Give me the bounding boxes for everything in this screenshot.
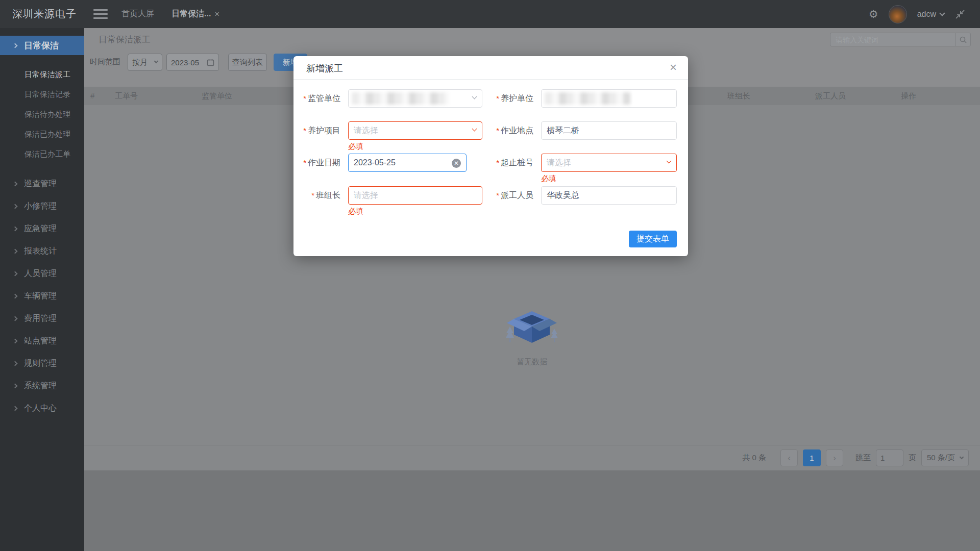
workers-label: *派工人员	[473, 186, 533, 205]
sidebar-group-label: 个人中心	[24, 403, 57, 414]
avatar[interactable]	[889, 5, 907, 23]
sidebar-group[interactable]: 系统管理	[0, 374, 84, 397]
sidebar-group-label: 费用管理	[24, 313, 57, 324]
chevron-down-icon	[939, 10, 945, 16]
sidebar-group-label: 报表统计	[24, 246, 57, 257]
sidebar-subitem[interactable]: 日常保洁记录	[0, 84, 84, 104]
chevron-down-icon	[960, 455, 964, 459]
close-icon[interactable]: ×	[670, 61, 677, 73]
sidebar-subitem[interactable]: 保洁已办工单	[0, 144, 84, 164]
required-asterisk: *	[303, 94, 306, 103]
modal-title: 新增派工	[306, 62, 343, 74]
sidebar-group[interactable]: 车辆管理	[0, 285, 84, 307]
work-date-input[interactable]	[349, 154, 466, 171]
required-error: 必填	[541, 174, 556, 184]
sidebar-group-label: 小修管理	[24, 201, 57, 212]
username: adcw	[917, 10, 936, 19]
sidebar-group-label: 人员管理	[24, 268, 57, 279]
gear-icon[interactable]: ⚙	[869, 8, 878, 20]
sidebar-group[interactable]: 人员管理	[0, 262, 84, 285]
topbar: 深圳来源电子 首页大屏日常保洁...× ⚙ adcw	[0, 0, 980, 28]
user-menu[interactable]: adcw	[917, 10, 944, 19]
select-placeholder: 请选择	[349, 126, 482, 136]
sidebar-group-label: 站点管理	[24, 336, 57, 346]
leader-input[interactable]	[349, 187, 482, 204]
tab-close-icon[interactable]: ×	[214, 9, 219, 19]
tab-label: 首页大屏	[121, 9, 154, 19]
select-placeholder: 请选择	[542, 158, 676, 168]
sidebar-subitem[interactable]: 日常保洁派工	[0, 64, 84, 84]
tab-current[interactable]: 日常保洁...×	[172, 9, 219, 19]
sidebar-group[interactable]: 费用管理	[0, 307, 84, 330]
pagination: 共 0 条 ‹ 1 › 跳至 页 50 条/页	[84, 445, 980, 470]
column-header: #	[90, 87, 94, 105]
work-date-input-wrap: ✕	[348, 154, 467, 172]
required-asterisk: *	[303, 158, 306, 167]
jump-page-input[interactable]	[876, 449, 903, 466]
sidebar-group-label: 车辆管理	[24, 291, 57, 302]
location-input[interactable]	[542, 122, 676, 139]
sidebar-group[interactable]: 规则管理	[0, 352, 84, 374]
empty-state-text: 暂无数据	[501, 357, 562, 367]
hamburger-menu-icon[interactable]	[93, 9, 108, 19]
submit-form-button[interactable]: 提交表单	[629, 231, 677, 247]
sidebar-group[interactable]: 报表统计	[0, 240, 84, 262]
page-unit-label: 页	[909, 453, 916, 463]
maintainer-input[interactable]	[541, 89, 677, 108]
required-asterisk: *	[496, 158, 499, 167]
sidebar-subitem[interactable]: 保洁待办处理	[0, 104, 84, 124]
sidebar: 日常保洁 日常保洁派工日常保洁记录保洁待办处理保洁已办处理保洁已办工单 巡查管理…	[0, 28, 84, 551]
clear-icon[interactable]: ✕	[452, 159, 461, 168]
topbar-tabs: 首页大屏日常保洁...×	[121, 0, 219, 28]
redacted-value	[352, 92, 449, 105]
required-asterisk: *	[496, 126, 499, 135]
chevron-right-icon	[13, 271, 18, 276]
required-error: 必填	[348, 142, 363, 152]
chevron-right-icon	[13, 43, 18, 48]
chevron-right-icon	[13, 293, 18, 298]
project-label: *养护项目	[293, 121, 340, 140]
required-asterisk: *	[311, 191, 314, 199]
workers-input-wrap	[541, 186, 677, 205]
workers-input[interactable]	[542, 187, 676, 204]
sidebar-subitem[interactable]: 保洁已办处理	[0, 124, 84, 144]
tab-home[interactable]: 首页大屏	[121, 9, 154, 19]
range-type-select[interactable]: 按月	[128, 54, 162, 71]
required-asterisk: *	[496, 94, 499, 103]
current-page-button[interactable]: 1	[803, 449, 821, 466]
column-header: 班组长	[727, 87, 750, 105]
range-type-value: 按月	[132, 58, 148, 67]
exit-fullscreen-icon[interactable]	[954, 9, 966, 20]
required-asterisk: *	[496, 191, 499, 199]
sidebar-group-label: 规则管理	[24, 358, 57, 369]
chevron-right-icon	[13, 406, 18, 411]
project-select[interactable]: 请选择	[348, 121, 482, 140]
sidebar-group[interactable]: 站点管理	[0, 330, 84, 352]
app-logo: 深圳来源电子	[12, 0, 77, 28]
page-size-select[interactable]: 50 条/页	[921, 449, 969, 466]
calendar-icon	[207, 59, 214, 66]
search-icon[interactable]	[955, 33, 970, 46]
stake-label: *起止桩号	[473, 154, 533, 172]
new-dispatch-modal: 新增派工 × *监管单位 *养护单位 *养护项目 请选择 必填 *作业地点 *作…	[293, 56, 688, 256]
required-asterisk: *	[303, 126, 306, 135]
sidebar-group-daily-cleaning[interactable]: 日常保洁	[0, 36, 84, 55]
next-page-button[interactable]: ›	[826, 449, 843, 466]
sidebar-group[interactable]: 小修管理	[0, 195, 84, 217]
stake-select[interactable]: 请选择	[541, 154, 677, 172]
query-list-button[interactable]: 查询列表	[228, 54, 267, 71]
sidebar-group[interactable]: 应急管理	[0, 217, 84, 240]
sidebar-group-label: 日常保洁	[24, 40, 59, 52]
month-picker[interactable]: 2023-05	[166, 54, 219, 71]
chevron-right-icon	[13, 204, 18, 209]
search-input[interactable]	[830, 36, 955, 44]
sidebar-group[interactable]: 个人中心	[0, 397, 84, 419]
sidebar-submenu: 日常保洁派工日常保洁记录保洁待办处理保洁已办处理保洁已办工单	[0, 64, 84, 164]
tab-label: 日常保洁...	[172, 9, 211, 19]
sidebar-group[interactable]: 巡查管理	[0, 172, 84, 195]
time-range-label: 时间范围	[90, 57, 120, 67]
modal-header: 新增派工 ×	[293, 56, 688, 80]
prev-page-button[interactable]: ‹	[780, 449, 798, 466]
supervisor-select[interactable]	[348, 89, 482, 108]
required-error: 必填	[348, 207, 363, 216]
